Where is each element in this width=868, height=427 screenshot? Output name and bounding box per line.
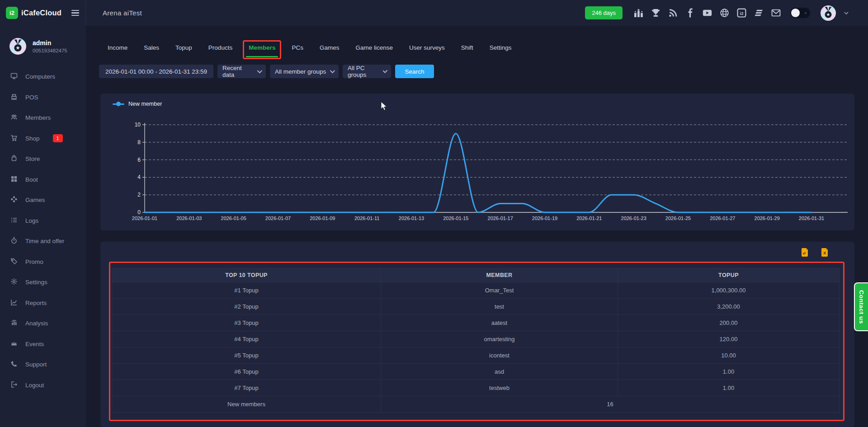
svg-text:4: 4 <box>137 174 141 180</box>
data-mode-select[interactable]: Recent data <box>217 65 266 78</box>
svg-text:i2: i2 <box>740 11 744 16</box>
sidebar-item-label: Logs <box>25 217 38 224</box>
table-cell: omartesting <box>381 331 618 347</box>
legend-label: New member <box>128 101 162 107</box>
pc-group-select[interactable]: All PC groups <box>343 65 391 78</box>
table-row: #1 TopupOmar_Test1,000,300.00 <box>112 282 840 299</box>
svg-text:2026-01-29: 2026-01-29 <box>755 216 780 221</box>
svg-text:2026-01-19: 2026-01-19 <box>532 216 557 221</box>
sidebar-item-label: Members <box>25 114 51 121</box>
youtube-icon[interactable] <box>703 8 712 18</box>
user-id: 005193482475 <box>33 48 67 53</box>
sidebar-item-computers[interactable]: Computers <box>0 66 86 87</box>
table-cell: 1,000,300.00 <box>618 282 840 299</box>
sidebar-item-settings[interactable]: Settings <box>0 272 86 293</box>
settings-icon <box>10 278 18 286</box>
table-cell: 1.00 <box>618 380 840 396</box>
sidebar-item-reports[interactable]: Reports <box>0 293 86 314</box>
sidebar-item-boot[interactable]: Boot <box>0 169 86 190</box>
contact-us-button[interactable]: Contact us <box>854 282 868 331</box>
excel-export-icon[interactable]: X <box>821 248 828 257</box>
icafecloud-icon[interactable]: i2 <box>737 8 746 18</box>
svg-text:2026-01-03: 2026-01-03 <box>176 216 202 221</box>
tab-sales[interactable]: Sales <box>144 43 159 52</box>
timer-icon <box>10 237 18 245</box>
sidebar-avatar[interactable] <box>9 38 26 55</box>
user-avatar[interactable] <box>821 5 836 21</box>
mail-icon[interactable] <box>771 8 781 18</box>
sidebar-item-logs[interactable]: Logs <box>0 211 86 231</box>
search-button[interactable]: Search <box>395 65 434 78</box>
sidebar-item-label: Computers <box>25 73 55 80</box>
table-cell: aatest <box>381 315 618 331</box>
sidebar-item-label: Promo <box>25 258 43 265</box>
table-row: #6 Topupasd1.00 <box>112 364 840 380</box>
tab-pcs[interactable]: PCs <box>292 43 303 52</box>
sidebar-item-label: Support <box>25 361 47 368</box>
chevron-down-icon <box>383 68 388 73</box>
tab-members[interactable]: Members <box>249 43 275 52</box>
facebook-icon[interactable] <box>685 8 695 18</box>
sidebar-item-members[interactable]: Members <box>0 108 86 128</box>
sidebar-item-logout[interactable]: Logout <box>0 375 86 396</box>
svg-text:10: 10 <box>135 122 141 128</box>
tab-products[interactable]: Products <box>208 43 232 52</box>
sidebar-item-label: Settings <box>25 279 47 286</box>
svg-text:2026-01-31: 2026-01-31 <box>799 216 824 221</box>
new-member-line-chart: 02468102026-01-012026-01-032026-01-05202… <box>100 94 854 230</box>
tab-income[interactable]: Income <box>108 43 127 52</box>
sidebar-item-analysis[interactable]: Analysis <box>0 313 86 334</box>
table-row: #5 Topupicontest10.00 <box>112 347 840 364</box>
sidebar-item-games[interactable]: Games <box>0 190 86 211</box>
sidebar-item-events[interactable]: Events <box>0 334 86 355</box>
hamburger-menu-icon[interactable] <box>71 10 79 16</box>
sidebar-menu: ComputersPOSMembersShop1StoreBootGamesLo… <box>0 66 86 395</box>
table-row: #4 Topupomartesting120.00 <box>112 331 840 347</box>
theme-toggle[interactable] <box>790 8 810 18</box>
reports-icon <box>10 299 18 307</box>
table-cell: testweb <box>381 380 618 396</box>
new-members-label: New members <box>112 396 381 413</box>
layers-icon[interactable] <box>754 8 764 18</box>
platinum-medal-icon <box>9 38 26 55</box>
tab-games[interactable]: Games <box>320 43 340 52</box>
sidebar: admin 005193482475 ComputersPOSMembersSh… <box>0 26 86 427</box>
rss-icon[interactable] <box>668 8 678 18</box>
filter-bar: 2026-01-01 00:00 - 2026-01-31 23:59 Rece… <box>99 65 434 78</box>
trophy-icon[interactable] <box>651 8 660 18</box>
top-topup-table: TOP 10 TOPUPMEMBERTOPUP #1 TopupOmar_Tes… <box>112 268 840 413</box>
tab-settings[interactable]: Settings <box>490 43 512 52</box>
sidebar-item-label: Store <box>25 155 40 162</box>
pdf-export-icon[interactable] <box>801 248 808 257</box>
username: admin <box>33 39 67 47</box>
store-icon <box>10 155 18 163</box>
tab-shift[interactable]: Shift <box>461 43 473 52</box>
sidebar-item-shop[interactable]: Shop1 <box>0 128 86 149</box>
sidebar-item-support[interactable]: Support <box>0 354 86 375</box>
chevron-down-icon[interactable] <box>844 10 849 16</box>
table-cell: 3,200.00 <box>618 299 840 315</box>
svg-text:2026-01-09: 2026-01-09 <box>310 216 335 221</box>
svg-text:8: 8 <box>137 139 141 145</box>
tab-user-surveys[interactable]: User surveys <box>409 43 445 52</box>
tab-topup[interactable]: Topup <box>175 43 192 52</box>
subscription-days-badge[interactable]: 246 days <box>585 6 623 19</box>
member-group-value: All member groups <box>275 68 326 75</box>
svg-text:2026-01-11: 2026-01-11 <box>354 216 379 221</box>
chart-legend[interactable]: New member <box>113 101 162 107</box>
ranking-icon[interactable] <box>634 8 643 18</box>
globe-icon[interactable] <box>720 8 729 18</box>
sidebar-item-label: Time and offer <box>25 238 64 244</box>
sidebar-item-store[interactable]: Store <box>0 149 86 169</box>
svg-text:6: 6 <box>137 157 141 163</box>
sidebar-item-promo[interactable]: Promo <box>0 252 86 272</box>
date-range-input[interactable]: 2026-01-01 00:00 - 2026-01-31 23:59 <box>99 65 213 78</box>
topbar: i2 iCafeCloud Arena aiTest 246 days i2 <box>0 0 868 26</box>
svg-text:2026-01-05: 2026-01-05 <box>221 216 246 221</box>
sidebar-item-pos[interactable]: POS <box>0 87 86 108</box>
sidebar-item-label: Analysis <box>25 320 48 327</box>
sidebar-item-time-and-offer[interactable]: Time and offer <box>0 231 86 252</box>
tab-game-license[interactable]: Game license <box>355 43 393 52</box>
sidebar-item-label: Boot <box>25 176 38 183</box>
member-group-select[interactable]: All member groups <box>270 65 339 78</box>
